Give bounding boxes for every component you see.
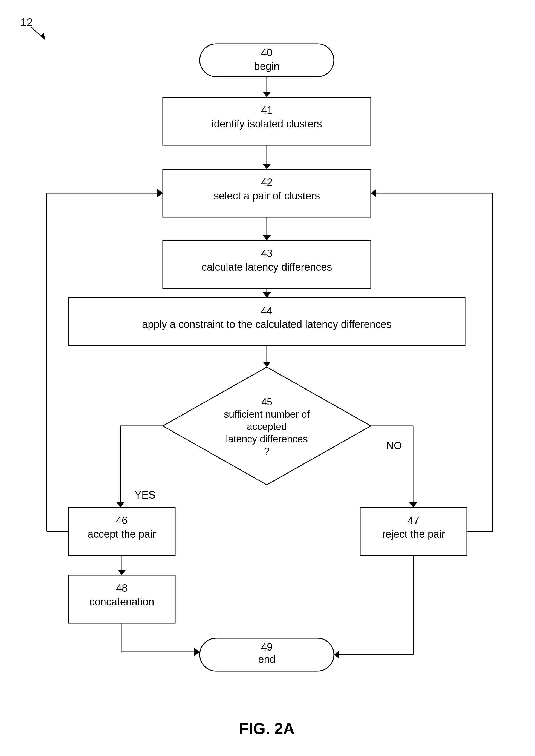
svg-text:41: 41 bbox=[261, 105, 272, 116]
figure-label: FIG. 2A bbox=[239, 720, 295, 738]
yes-label: YES bbox=[135, 489, 155, 501]
svg-text:begin: begin bbox=[254, 61, 280, 72]
svg-text:calculate latency differences: calculate latency differences bbox=[202, 261, 332, 273]
svg-text:latency differences: latency differences bbox=[226, 433, 308, 444]
svg-marker-38 bbox=[118, 570, 126, 575]
diagram-container: 12 40 begin 41 identify isolated cluster… bbox=[0, 0, 535, 756]
svg-text:reject the pair: reject the pair bbox=[382, 529, 445, 540]
svg-marker-13 bbox=[263, 235, 271, 240]
svg-text:identify isolated clusters: identify isolated clusters bbox=[211, 118, 322, 130]
svg-marker-49 bbox=[371, 189, 376, 197]
svg-marker-29 bbox=[116, 502, 125, 507]
svg-text:43: 43 bbox=[261, 248, 272, 259]
svg-text:48: 48 bbox=[116, 582, 127, 594]
svg-text:44: 44 bbox=[261, 305, 272, 317]
svg-marker-43 bbox=[194, 648, 200, 656]
svg-text:concatenation: concatenation bbox=[90, 596, 155, 608]
svg-marker-34 bbox=[409, 502, 417, 507]
figure-ref: 12 bbox=[20, 16, 33, 28]
svg-marker-5 bbox=[263, 92, 271, 97]
svg-text:47: 47 bbox=[408, 515, 419, 526]
no-label: NO bbox=[386, 440, 402, 451]
svg-text:?: ? bbox=[264, 446, 269, 457]
svg-text:apply a constraint to the calc: apply a constraint to the calculated lat… bbox=[142, 318, 392, 330]
svg-text:select a pair of clusters: select a pair of clusters bbox=[214, 190, 320, 201]
svg-text:end: end bbox=[258, 653, 275, 665]
svg-marker-17 bbox=[263, 292, 271, 298]
svg-marker-1 bbox=[41, 33, 45, 40]
svg-text:42: 42 bbox=[261, 176, 272, 188]
svg-text:45: 45 bbox=[261, 396, 272, 408]
svg-text:40: 40 bbox=[261, 47, 272, 58]
svg-text:49: 49 bbox=[261, 641, 272, 653]
svg-text:accept the pair: accept the pair bbox=[88, 529, 156, 540]
svg-marker-9 bbox=[263, 164, 271, 169]
svg-marker-56 bbox=[334, 650, 339, 659]
svg-marker-21 bbox=[263, 362, 271, 367]
svg-text:sufficient number of: sufficient number of bbox=[224, 409, 310, 420]
svg-text:46: 46 bbox=[116, 515, 127, 526]
svg-marker-53 bbox=[157, 189, 163, 197]
svg-text:accepted: accepted bbox=[247, 421, 287, 432]
